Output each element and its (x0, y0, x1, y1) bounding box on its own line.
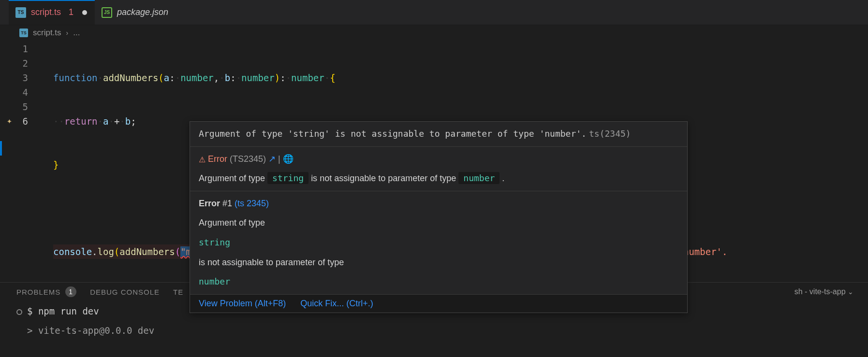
typescript-icon: TS (19, 29, 28, 37)
line-number: 6 (0, 114, 28, 129)
error-code-link[interactable]: (ts 2345) (235, 199, 269, 208)
hover-text: Argument of type (199, 173, 267, 183)
hover-text: Argument of type (199, 211, 678, 230)
editor-tabs: TS script.ts 1 JS package.json (0, 0, 868, 25)
breadcrumb-ellipsis: ... (73, 28, 80, 38)
hover-actions: View Problem (Alt+F8) Quick Fix... (Ctrl… (190, 295, 687, 313)
code-line[interactable]: function·addNumbers(a:·number,·b:·number… (53, 71, 336, 85)
dirty-indicator-icon (82, 10, 87, 15)
hover-header: Argument of type 'string' is not assigna… (190, 122, 687, 147)
error-label: Error (208, 154, 227, 164)
json-icon: JS (102, 7, 112, 18)
type-chip: number (458, 172, 500, 184)
hover-text: . (502, 173, 504, 183)
tab-filename: package.json (117, 7, 168, 17)
type-name: number (199, 270, 678, 289)
chevron-right-icon: › (66, 29, 69, 37)
line-number: 2 (0, 56, 28, 71)
terminal-title[interactable]: sh - vite-ts-app ⌄ (794, 287, 853, 296)
breadcrumb-filename: script.ts (33, 28, 61, 38)
error-label: Error (199, 199, 220, 208)
hover-body-1: ⚠ Error (TS2345) ↗ | 🌐 Argument of type … (190, 147, 687, 191)
hover-body-2: Error #1 (ts 2345) Argument of type stri… (190, 191, 687, 295)
sparkle-icon[interactable]: ✦ (7, 114, 12, 128)
tab-problem-count: 1 (66, 7, 74, 17)
globe-icon[interactable]: 🌐 (283, 154, 294, 164)
tab-filename: script.ts (31, 7, 61, 17)
type-chip: string (267, 172, 309, 184)
typescript-icon: TS (15, 7, 26, 18)
breadcrumb[interactable]: TS script.ts › ... (0, 25, 868, 41)
hover-main-message: Argument of type 'string' is not assigna… (199, 129, 587, 139)
type-name: string (199, 230, 678, 250)
hover-ts-code: ts(2345) (589, 129, 631, 139)
panel-tab-problems[interactable]: PROBLEMS 1 (16, 286, 76, 297)
panel-tab-debug-console[interactable]: DEBUG CONSOLE (90, 288, 160, 296)
prompt-icon (16, 309, 22, 315)
external-link-icon[interactable]: ↗ (268, 154, 276, 164)
tab-package-json[interactable]: JS package.json (95, 0, 176, 25)
error-hover-widget: Argument of type 'string' is not assigna… (190, 121, 688, 313)
tab-script[interactable]: TS script.ts 1 (9, 0, 95, 25)
left-accent-bar (0, 141, 2, 156)
line-number: 5 (0, 100, 28, 114)
problems-badge: 1 (65, 286, 76, 297)
quick-fix-button[interactable]: Quick Fix... (Ctrl+.) (300, 299, 373, 309)
hover-text: is not assignable to parameter of type (311, 173, 458, 183)
line-number: 1 (0, 42, 28, 56)
error-code: (TS2345) (230, 154, 266, 164)
chevron-down-icon: ⌄ (848, 288, 853, 296)
error-index: #1 (222, 199, 235, 208)
view-problem-button[interactable]: View Problem (Alt+F8) (199, 299, 286, 309)
line-number: 4 (0, 85, 28, 100)
hover-text: is not assignable to parameter of type (199, 250, 678, 270)
line-number: 3 (0, 71, 28, 85)
panel-tab-terminal[interactable]: TE (173, 288, 183, 296)
terminal-line: > vite-ts-app@0.0.0 dev (16, 316, 852, 336)
warning-icon: ⚠ (199, 155, 206, 163)
